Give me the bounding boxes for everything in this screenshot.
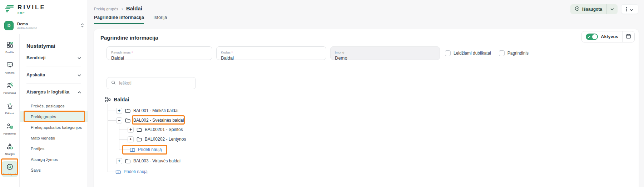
- folder-icon: [125, 118, 130, 123]
- checkbox-icon[interactable]: [499, 50, 505, 56]
- menu-title: Nustatymai: [26, 43, 81, 49]
- chevron-down-icon: [78, 72, 81, 77]
- sidebar-item-prekiu-apskaitos-kategorijos[interactable]: Prekių apskaitos kategorijos: [20, 122, 88, 133]
- rivile-erp-app: RIVILE ERP D Demo Aušra Juodienė Pradžia…: [0, 0, 644, 187]
- sidebar-item-prekes-paslaugos[interactable]: Prekės, paslaugos: [20, 101, 88, 111]
- checkbox-pagrindinis[interactable]: Pagrindinis: [499, 50, 529, 56]
- breadcrumb-separator-icon: ›: [122, 6, 123, 11]
- chevron-up-icon: [78, 90, 81, 95]
- field-kodas[interactable]: Kodas *: [216, 46, 326, 60]
- rail-item-personalas[interactable]: Personalas: [1, 80, 18, 96]
- tab-pagrindine-informacija[interactable]: Pagrindinė informacija: [94, 15, 144, 24]
- sidebar-item-prekiu-grupes[interactable]: Prekių grupės: [20, 111, 88, 122]
- pavadinimas-input[interactable]: [111, 55, 208, 61]
- expand-button[interactable]: +: [128, 127, 134, 133]
- expand-button[interactable]: +: [116, 158, 122, 164]
- presentation-chart-icon: [6, 61, 14, 70]
- menu-group-apskaita[interactable]: Apskaita: [26, 66, 81, 84]
- expand-button[interactable]: +: [128, 136, 134, 142]
- shapes-icon: [6, 143, 14, 152]
- rail-item-apskaita[interactable]: Apskaita: [1, 60, 18, 75]
- brand-sub: ERP: [18, 11, 46, 15]
- card-title: Pagrindinė informacija: [100, 35, 158, 41]
- company-name: Demo: [17, 22, 77, 26]
- active-toggle-label: Aktyvus: [601, 34, 618, 39]
- sidebar-item-salys[interactable]: Šalys: [20, 165, 88, 176]
- tree-node-bal00202: + BAL00202 - Lentynos: [105, 135, 186, 144]
- user-name: Aušra Juodienė: [17, 26, 77, 30]
- collapse-button[interactable]: −: [116, 117, 122, 123]
- sidebar-item-partijos[interactable]: Partijos: [20, 143, 88, 154]
- sidebar-item-mato-vienetai[interactable]: Mato vienetai: [20, 133, 88, 143]
- kebab-icon: [626, 7, 627, 11]
- expand-button[interactable]: +: [116, 108, 122, 114]
- tabs: Pagrindinė informacija Istorija: [94, 15, 167, 24]
- tree-search[interactable]: [106, 77, 196, 89]
- chevron-down-icon: [630, 6, 633, 12]
- cart-icon: [6, 102, 14, 111]
- brand[interactable]: RIVILE ERP: [5, 4, 46, 15]
- tree-node-bal003: + BAL003 - Virtuvės baldai: [105, 156, 180, 166]
- tree-root[interactable]: Baldai: [105, 95, 129, 104]
- search-icon: [111, 80, 116, 86]
- menu-group-atsargos-ir-logistika[interactable]: Atsargos ir logistika: [26, 84, 81, 101]
- calendar-icon: [626, 34, 631, 40]
- company-switcher[interactable]: D Demo Aušra Juodienė: [4, 20, 84, 31]
- toggle-knob: [592, 34, 597, 39]
- checkbox-leidziami-dublikatai[interactable]: Leidžiami dublikatai: [445, 50, 491, 56]
- active-toggle-box: Aktyvus: [581, 31, 635, 42]
- rail-item-atsargos[interactable]: Atsargos: [1, 141, 18, 157]
- chevron-down-icon: [78, 55, 81, 60]
- imone-input: [335, 55, 435, 61]
- save-dropdown-button[interactable]: [607, 4, 618, 14]
- rail-item-nustatymai[interactable]: Nustatymai: [1, 161, 18, 177]
- tree-node-bal002: − BAL002 - Svetainės baldai: [105, 116, 184, 125]
- tree-node-bal001: + BAL001 - Minkšti baldai: [105, 106, 178, 115]
- save-status-split-button[interactable]: Išsaugota: [570, 4, 618, 14]
- hierarchy-icon: [105, 97, 111, 102]
- menu-group-bendrieji[interactable]: Bendrieji: [26, 49, 81, 66]
- module-rail: Pradžia Apskaita Personalas Pirkimai Par…: [0, 34, 20, 187]
- tree-node-bal00201: + BAL00201 - Spintos: [105, 125, 183, 134]
- main-area: Prekių grupės › Baldai Išsaugota Pagrind…: [88, 0, 644, 187]
- checkbox-group: Leidžiami dublikatai Pagrindinis: [445, 46, 529, 60]
- person-arrow-icon: [6, 122, 14, 131]
- avatar: D: [4, 21, 14, 30]
- active-toggle[interactable]: [586, 34, 598, 40]
- calendar-button[interactable]: [623, 31, 634, 42]
- save-status-label: Išsaugota: [582, 7, 602, 12]
- rivile-logo-icon: [5, 4, 14, 14]
- people-icon: [6, 82, 14, 91]
- field-imone: Įmonė: [330, 46, 440, 60]
- gear-icon: [6, 163, 14, 172]
- check-circle-icon: [575, 6, 580, 12]
- field-pavadinimas[interactable]: Pavadinimas *: [106, 46, 212, 60]
- rail-item-pirkimai[interactable]: Pirkimai: [1, 100, 18, 116]
- form-fields: Pavadinimas * Kodas * Įmonė: [106, 46, 440, 60]
- rail-item-pardavimai[interactable]: Pardavimai: [1, 121, 18, 136]
- rail-item-pradzia[interactable]: Pradžia: [1, 39, 18, 55]
- breadcrumb-current: Baldai: [126, 5, 142, 11]
- sidebar-item-atsargu-zymos[interactable]: Atsargų žymos: [20, 154, 88, 165]
- topbar-actions: Išsaugota: [570, 4, 638, 14]
- group-tree: Baldai + BAL001 - Minkšti baldai − BAL00…: [105, 94, 319, 183]
- settings-menu: Nustatymai Bendrieji Apskaita Atsargos i…: [20, 34, 88, 187]
- folder-icon: [137, 137, 142, 142]
- chevron-updown-icon: [81, 22, 84, 29]
- main-card: Pagrindinė informacija Aktyvus Pavadinim…: [94, 29, 639, 187]
- dashboard-icon: [6, 41, 14, 50]
- folder-plus-icon: [115, 170, 121, 174]
- breadcrumb-parent[interactable]: Prekių grupės: [94, 7, 118, 11]
- tree-add-root-link[interactable]: Pridėti naują: [105, 167, 148, 176]
- tab-istorija[interactable]: Istorija: [153, 15, 167, 24]
- folder-icon: [125, 159, 130, 163]
- more-actions-button[interactable]: [621, 4, 638, 14]
- breadcrumb: Prekių grupės › Baldai: [94, 5, 142, 11]
- folder-icon: [137, 127, 142, 132]
- search-input[interactable]: [119, 81, 191, 86]
- left-panel: RIVILE ERP D Demo Aušra Juodienė Pradžia…: [0, 0, 88, 187]
- checkbox-icon[interactable]: [445, 50, 451, 56]
- folder-plus-icon: [130, 147, 135, 152]
- kodas-input[interactable]: [221, 55, 322, 61]
- tree-add-child-link[interactable]: Pridėti naują: [105, 145, 162, 154]
